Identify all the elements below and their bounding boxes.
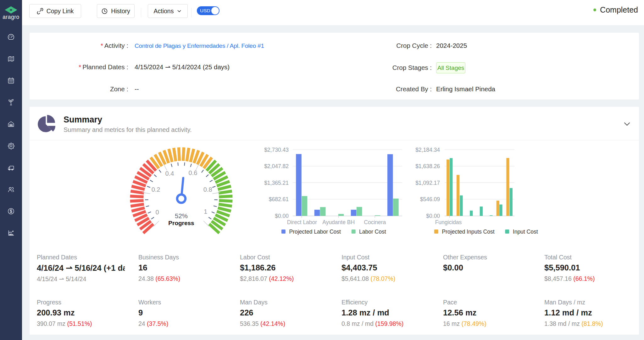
svg-text:Ayudante BH: Ayudante BH xyxy=(322,219,355,225)
svg-text:$546.09: $546.09 xyxy=(420,196,440,202)
svg-text:1: 1 xyxy=(204,208,207,215)
svg-text:52%: 52% xyxy=(175,212,188,219)
svg-text:$682.61: $682.61 xyxy=(269,196,289,202)
svg-text:0.6: 0.6 xyxy=(189,169,197,176)
svg-text:Projected Inputs Cost: Projected Inputs Cost xyxy=(442,229,494,235)
svg-text:Input Cost: Input Cost xyxy=(513,229,538,235)
svg-text:Projected Labor Cost: Projected Labor Cost xyxy=(289,229,341,235)
svg-text:0.2: 0.2 xyxy=(152,186,160,193)
svg-text:0.4: 0.4 xyxy=(165,170,174,177)
svg-text:0.8: 0.8 xyxy=(203,186,212,193)
svg-text:$1,092.17: $1,092.17 xyxy=(415,180,440,186)
svg-text:Progress: Progress xyxy=(168,220,194,226)
svg-text:$0.00: $0.00 xyxy=(275,213,289,219)
svg-text:Direct Labor: Direct Labor xyxy=(287,219,317,225)
svg-text:$2,730.43: $2,730.43 xyxy=(264,147,289,153)
svg-text:$1,638.26: $1,638.26 xyxy=(415,163,440,169)
svg-text:$0.00: $0.00 xyxy=(426,213,440,219)
svg-text:$2,047.82: $2,047.82 xyxy=(264,163,289,169)
svg-text:Labor Cost: Labor Cost xyxy=(359,229,386,235)
svg-text:$2,184.34: $2,184.34 xyxy=(415,147,440,153)
svg-text:Fungicidas: Fungicidas xyxy=(435,219,462,225)
svg-text:0: 0 xyxy=(155,209,159,216)
svg-text:$1,365.21: $1,365.21 xyxy=(264,180,289,186)
svg-text:Cocinera: Cocinera xyxy=(364,219,386,225)
